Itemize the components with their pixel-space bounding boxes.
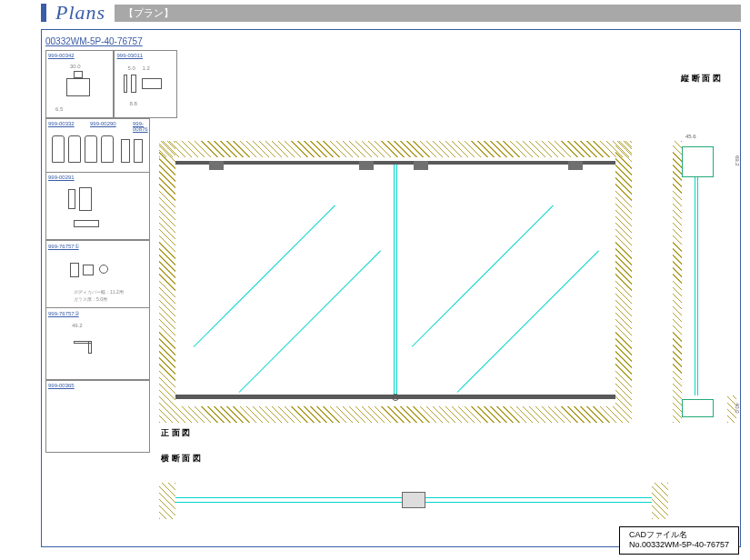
top-rail-section xyxy=(682,146,714,177)
profile-icon xyxy=(142,78,162,89)
glass-diagonal xyxy=(412,205,554,347)
product-code: 00332WM-5P-40-76757 xyxy=(45,36,143,46)
bottom-rail-section xyxy=(682,399,714,417)
part-detail-1: 999-00342 30.0 6.5 xyxy=(45,50,114,118)
dimension-label: 69.2 xyxy=(735,155,740,166)
part-detail-4: 999-00291 xyxy=(45,172,150,240)
part-number: 999-00291 xyxy=(48,175,75,180)
roller-icon xyxy=(121,139,130,163)
part-number: 999-76757② xyxy=(48,310,79,316)
hatch-wall xyxy=(673,141,682,423)
hatch-wall xyxy=(159,141,632,157)
profile-icon xyxy=(124,75,127,93)
profile-icon xyxy=(66,78,90,96)
panel-divider xyxy=(394,165,397,395)
cad-title-label: CADファイル名 xyxy=(629,530,729,541)
part-number: 999-03011 xyxy=(116,53,143,58)
header-accent-bar xyxy=(41,4,46,22)
dimension-label: 6.5 xyxy=(55,106,63,112)
hanger-bracket xyxy=(209,161,224,170)
page-header: Plans 【プラン】 xyxy=(0,0,750,25)
cad-number: No.00332WM-5P-40-76757 xyxy=(629,540,729,551)
hatch-wall xyxy=(615,141,632,423)
glass-diagonal xyxy=(457,251,599,393)
dimension-label: 40.0 xyxy=(735,403,740,414)
part-detail-3: 999-00332 999-00290 999-00876 xyxy=(45,118,150,173)
header-title: Plans xyxy=(55,1,105,25)
glass-diagonal xyxy=(239,251,381,393)
dimension-label: 30.0 xyxy=(70,64,81,69)
part-detail-6: 999-76757② 49.2 xyxy=(45,307,150,380)
roller-icon xyxy=(85,135,97,163)
horizontal-section-drawing xyxy=(159,483,668,519)
vertical-section-label: 縦 断 面 図 xyxy=(679,73,723,85)
dimension-label: 8.8 xyxy=(129,101,136,106)
profile-icon xyxy=(74,220,99,227)
hanger-bracket xyxy=(359,161,374,170)
part-number: 999-00876 xyxy=(133,121,149,132)
hatch-wall xyxy=(652,483,668,519)
hanger-bracket xyxy=(568,161,583,170)
part-detail-5: 999-76757① ボディカバー幅：11.2用 ガラス厚：5.0用 xyxy=(45,240,150,308)
profile-icon xyxy=(88,341,92,354)
part-detail-7: 999-00365 xyxy=(45,380,150,453)
glass-panel xyxy=(175,161,615,399)
circle-icon xyxy=(99,265,108,274)
vertical-section-drawing: 45.6 69.2 40.0 xyxy=(673,141,736,423)
cad-filename-box: CADファイル名 No.00332WM-5P-40-76757 xyxy=(619,526,739,555)
roller-icon xyxy=(134,139,143,163)
profile-icon xyxy=(79,187,92,211)
part-number: 999-00332 xyxy=(48,121,75,126)
dimension-label: 5.0 xyxy=(127,65,135,71)
glass-diagonal xyxy=(194,205,335,347)
glass-section xyxy=(695,177,698,395)
part-number: 999-76757① xyxy=(48,243,79,249)
profile-icon xyxy=(74,71,83,78)
hanger-bracket xyxy=(414,161,428,170)
hatch-wall xyxy=(159,483,175,519)
profile-icon xyxy=(68,189,75,209)
part-number: 999-00365 xyxy=(48,383,75,388)
roller-icon xyxy=(68,135,81,163)
header-tag: 【プラン】 xyxy=(115,5,741,22)
part-number: 999-00290 xyxy=(90,121,116,126)
hatch-wall xyxy=(159,406,632,423)
dimension-label: 45.6 xyxy=(685,134,696,139)
roller-icon xyxy=(101,135,114,163)
roller-icon xyxy=(52,135,65,163)
hatch-wall xyxy=(159,141,175,423)
dimension-label: 49.2 xyxy=(72,323,83,328)
dimension-label: 1.2 xyxy=(142,65,149,71)
parts-detail-column: 999-00342 30.0 6.5 999-03011 5.0 1.2 8.8… xyxy=(45,50,150,452)
front-elevation-drawing xyxy=(159,141,632,423)
center-mechanism xyxy=(402,492,425,508)
front-view-label: 正 面 図 xyxy=(159,427,192,439)
spec-note: ボディカバー幅：11.2用 xyxy=(74,289,124,295)
profile-icon xyxy=(70,263,79,277)
horizontal-section-label: 横 断 面 図 xyxy=(159,453,203,465)
profile-icon xyxy=(131,75,136,93)
floor-lock-icon xyxy=(392,394,399,401)
spec-note: ガラス厚：5.0用 xyxy=(74,296,107,302)
profile-icon xyxy=(83,265,94,275)
part-number: 999-00342 xyxy=(48,53,75,58)
part-detail-2: 999-03011 5.0 1.2 8.8 xyxy=(114,50,177,118)
